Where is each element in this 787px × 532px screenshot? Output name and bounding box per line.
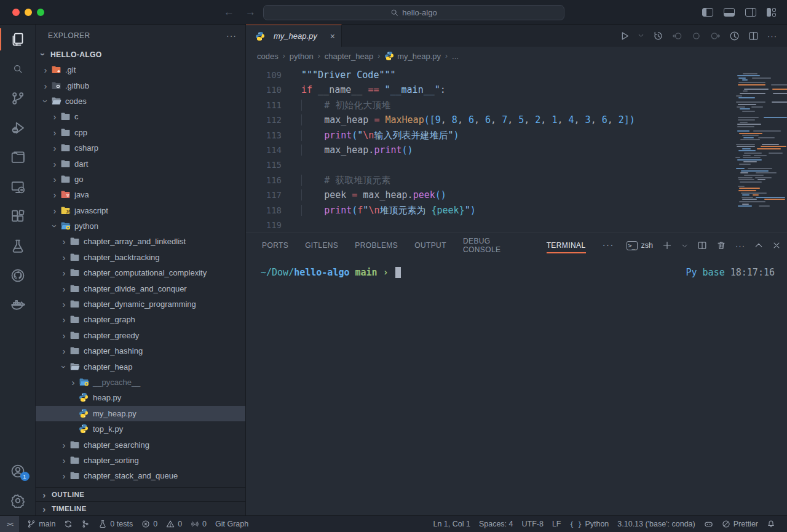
tree-item--git[interactable]: ›.git bbox=[36, 62, 245, 77]
tree-item-chapter-backtracking[interactable]: ›chapter_backtracking bbox=[36, 250, 245, 265]
tree-item-heap-py[interactable]: ›heap.py bbox=[36, 390, 245, 405]
code-editor[interactable]: 109"""Driver Code"""110if __name__ == "_… bbox=[246, 65, 787, 232]
tree-item-chapter-dynamic-programming[interactable]: ›chapter_dynamic_programming bbox=[36, 296, 245, 312]
remote-indicator[interactable]: >< bbox=[0, 516, 19, 532]
code-line-112[interactable]: 112 max_heap = MaxHeap([9, 8, 6, 6, 7, 5… bbox=[246, 113, 787, 127]
breadcrumb-item-chapter-heap[interactable]: chapter_heap bbox=[325, 52, 374, 61]
status-0[interactable]: 0 bbox=[162, 516, 186, 532]
tree-item-c[interactable]: ›c bbox=[36, 109, 245, 124]
status-lf[interactable]: LF bbox=[548, 516, 566, 532]
search-icon[interactable] bbox=[0, 54, 36, 84]
tree-item-chapter-greedy[interactable]: ›chapter_greedy bbox=[36, 328, 245, 343]
code-line-117[interactable]: 117 peek = max_heap.peek() bbox=[246, 188, 787, 202]
nav-forward-icon[interactable]: → bbox=[245, 6, 256, 18]
run-dropdown-icon[interactable] bbox=[638, 33, 644, 39]
close-tab-icon[interactable]: × bbox=[330, 31, 335, 41]
status-spaces-4[interactable]: Spaces: 4 bbox=[475, 516, 518, 532]
tree-item-csharp[interactable]: ›csharp bbox=[36, 140, 245, 156]
status-python[interactable]: { }Python bbox=[566, 516, 614, 532]
breadcrumb-item-python[interactable]: python bbox=[290, 52, 314, 61]
testing-icon[interactable] bbox=[0, 231, 36, 261]
toggle-secondary-sidebar-icon[interactable] bbox=[745, 8, 756, 17]
status-git-graph[interactable]: Git Graph bbox=[211, 516, 253, 532]
tree-item--github[interactable]: ›.github bbox=[36, 77, 245, 93]
prev-change-icon[interactable] bbox=[672, 31, 682, 41]
status-0-tests[interactable]: 0 tests bbox=[94, 516, 137, 532]
nav-back-icon[interactable]: ← bbox=[224, 6, 234, 18]
status-prettier[interactable]: Prettier bbox=[718, 516, 762, 532]
tree-root-hello-algo[interactable]: › HELLO-ALGO bbox=[36, 47, 245, 62]
close-panel-icon[interactable] bbox=[772, 241, 781, 250]
terminal-dropdown-icon[interactable] bbox=[681, 242, 688, 249]
remote-explorer-icon[interactable] bbox=[0, 172, 36, 202]
settings-icon[interactable] bbox=[0, 486, 36, 515]
status-0[interactable]: 0 bbox=[186, 516, 211, 532]
run-below-icon[interactable] bbox=[729, 31, 740, 41]
status-0[interactable]: 0 bbox=[137, 516, 162, 532]
code-line-119[interactable]: 119 bbox=[246, 218, 787, 232]
status-copilot-icon[interactable] bbox=[700, 516, 718, 532]
customize-layout-icon[interactable] bbox=[767, 8, 778, 17]
status-ln-1-col-1[interactable]: Ln 1, Col 1 bbox=[429, 516, 474, 532]
command-center-search[interactable]: hello-algo bbox=[263, 5, 564, 20]
close-window-icon[interactable] bbox=[12, 9, 20, 16]
new-terminal-icon[interactable] bbox=[662, 240, 672, 250]
run-icon[interactable] bbox=[619, 31, 630, 41]
more-actions-icon[interactable]: ··· bbox=[767, 31, 777, 41]
tree-item-javascript[interactable]: ›JSjavascript bbox=[36, 203, 245, 218]
panel-tab-ports[interactable]: PORTS bbox=[262, 232, 288, 258]
status-utf-8[interactable]: UTF-8 bbox=[518, 516, 548, 532]
tree-item-chapter-hashing[interactable]: ›chapter_hashing bbox=[36, 343, 245, 359]
breadcrumb-item--[interactable]: ... bbox=[452, 52, 459, 61]
tree-item-cpp[interactable]: ›cpp bbox=[36, 125, 245, 140]
minimize-window-icon[interactable] bbox=[25, 9, 32, 16]
breadcrumb-item-codes[interactable]: codes bbox=[257, 52, 279, 61]
folder-library-icon[interactable] bbox=[0, 143, 36, 172]
code-line-111[interactable]: 111 # 初始化大顶堆 bbox=[246, 98, 787, 113]
tree-item-chapter-searching[interactable]: ›chapter_searching bbox=[36, 437, 245, 452]
extensions-icon[interactable] bbox=[0, 202, 36, 231]
tree-item-java[interactable]: ›java bbox=[36, 187, 245, 202]
code-line-116[interactable]: 116 # 获取堆顶元素 bbox=[246, 173, 787, 188]
tree-item-chapter-divide-and-conquer[interactable]: ›chapter_divide_and_conquer bbox=[36, 280, 245, 296]
split-editor-icon[interactable] bbox=[748, 31, 759, 41]
panel-tab-output[interactable]: OUTPUT bbox=[414, 232, 446, 258]
code-line-113[interactable]: 113 print("\n输入列表并建堆后") bbox=[246, 128, 787, 143]
status-sync-icon[interactable] bbox=[60, 516, 77, 532]
tree-item-codes[interactable]: ›codes bbox=[36, 93, 245, 109]
compare-change-icon[interactable] bbox=[691, 31, 702, 41]
tree-item-chapter-heap[interactable]: ›chapter_heap bbox=[36, 359, 245, 374]
zoom-window-icon[interactable] bbox=[37, 9, 44, 16]
panel-tab-terminal[interactable]: TERMINAL bbox=[547, 232, 586, 258]
tree-item-chapter-graph[interactable]: ›chapter_graph bbox=[36, 312, 245, 327]
panel-tab-gitlens[interactable]: GITLENS bbox=[305, 232, 338, 258]
code-line-115[interactable]: 115 bbox=[246, 157, 787, 172]
tree-item--pycache-[interactable]: ›__pycache__ bbox=[36, 375, 245, 390]
tree-item-go[interactable]: ›go bbox=[36, 172, 245, 187]
toggle-panel-icon[interactable] bbox=[724, 8, 735, 17]
status-3-10-13-base-conda[interactable]: 3.10.13 ('base': conda) bbox=[613, 516, 699, 532]
panel-tab-problems[interactable]: PROBLEMS bbox=[355, 232, 398, 258]
github-icon[interactable] bbox=[0, 261, 36, 290]
docker-icon[interactable] bbox=[0, 290, 36, 320]
tree-item-top-k-py[interactable]: ›top_k.py bbox=[36, 421, 245, 437]
kill-terminal-icon[interactable] bbox=[716, 240, 726, 250]
explorer-icon[interactable] bbox=[0, 25, 36, 54]
maximize-panel-icon[interactable] bbox=[754, 241, 763, 250]
outline-section[interactable]: › OUTLINE bbox=[36, 487, 245, 501]
tree-item-chapter-sorting[interactable]: ›chapter_sorting bbox=[36, 453, 245, 468]
tab-my-heap-py[interactable]: my_heap.py × bbox=[246, 25, 342, 47]
status-git-graph-icon[interactable] bbox=[77, 516, 94, 532]
timeline-icon[interactable] bbox=[653, 31, 663, 41]
code-line-109[interactable]: 109"""Driver Code""" bbox=[246, 68, 787, 82]
terminal-instance-zsh[interactable]: >_zsh bbox=[627, 241, 654, 250]
tree-item-chapter-array-and-linkedlist[interactable]: ›chapter_array_and_linkedlist bbox=[36, 234, 245, 249]
tree-item-python[interactable]: ›python bbox=[36, 218, 245, 234]
toggle-sidebar-icon[interactable] bbox=[702, 8, 713, 17]
panel-tab-debug-console[interactable]: DEBUG CONSOLE bbox=[463, 232, 530, 258]
tree-item-my-heap-py[interactable]: ›my_heap.py bbox=[36, 406, 245, 421]
status-bell-icon[interactable] bbox=[762, 516, 780, 532]
tree-item-dart[interactable]: ›dart bbox=[36, 156, 245, 171]
source-control-icon[interactable] bbox=[0, 84, 36, 113]
tree-item-chapter-computational-complexity[interactable]: ›chapter_computational_complexity bbox=[36, 265, 245, 280]
